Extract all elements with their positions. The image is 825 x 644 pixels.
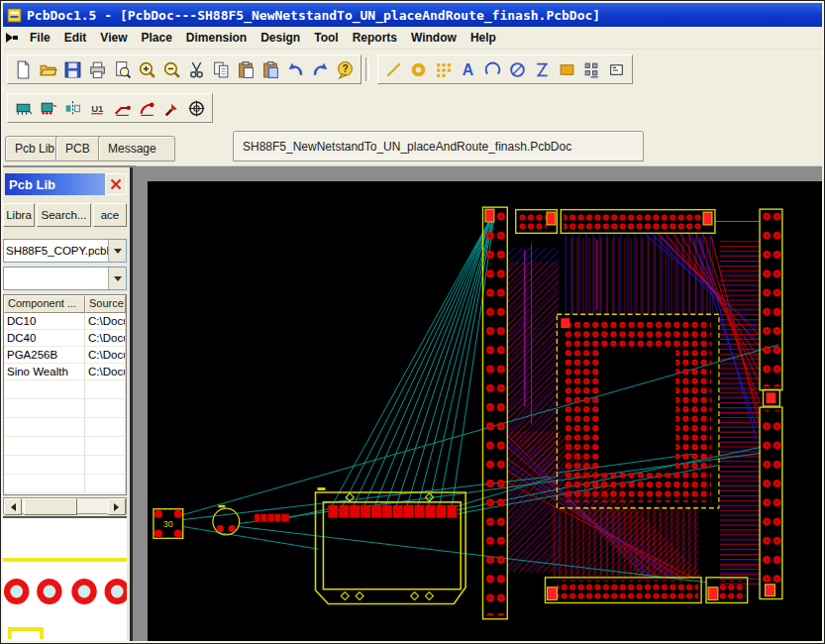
search-button[interactable]: Search... (37, 203, 91, 227)
component-table: Component ... Source DC10 C:\Docur DC40 … (3, 294, 127, 495)
component-row[interactable]: DC40 C:\Docur (4, 330, 126, 347)
connector-top-long[interactable] (561, 210, 715, 234)
place-line-icon[interactable] (381, 57, 406, 82)
left-arrow-icon (7, 503, 16, 511)
component-row[interactable]: PGA256B C:\Docur (4, 347, 126, 364)
place-pad-icon[interactable] (406, 57, 431, 82)
pga-socket[interactable] (557, 314, 719, 507)
library-dropdown[interactable]: SH88F5_COPY.pcblib (3, 239, 127, 263)
panel-title-bar[interactable]: Pcb Lib (5, 173, 127, 195)
open-folder-icon[interactable] (36, 57, 60, 82)
connector-top-small[interactable] (516, 210, 558, 234)
connector-bottom-small[interactable] (706, 578, 748, 603)
panel-close-button[interactable] (105, 173, 127, 195)
display-module[interactable] (316, 487, 466, 603)
menu-item[interactable]: Place (134, 28, 178, 48)
help-balloon-icon[interactable]: ? (333, 57, 358, 82)
tab-label: Message (108, 142, 156, 156)
menu-item[interactable]: View (93, 28, 134, 48)
flip-component-icon[interactable] (60, 96, 85, 121)
place-fill-icon[interactable] (555, 57, 579, 82)
zoom-in-icon[interactable] (135, 57, 159, 82)
save-icon[interactable] (60, 57, 85, 82)
dropdown-arrow-icon[interactable] (108, 268, 126, 289)
connector-bottom-long[interactable] (545, 578, 701, 603)
empty-row (4, 475, 126, 493)
svg-text:A: A (463, 61, 474, 78)
menu-item[interactable]: Window (404, 28, 464, 48)
empty-row (4, 456, 126, 475)
connector-left[interactable] (483, 207, 508, 619)
menu-item[interactable]: Edit (57, 28, 94, 48)
menu-item[interactable]: Tool (307, 28, 345, 48)
column-header-source[interactable]: Source (85, 295, 126, 313)
pcb-drawing: 30 (148, 181, 822, 641)
place-button[interactable]: ace (93, 203, 127, 227)
standard-toolbar: ? (7, 54, 361, 84)
pcb-canvas[interactable]: 30 (148, 181, 822, 641)
title-bar[interactable]: PcbDoc1.5 - [PcbDoc---SH88F5_NewNetstand… (3, 3, 822, 27)
menu-item[interactable]: Reports (346, 28, 404, 48)
menu-item[interactable]: Dimension (179, 28, 254, 48)
arc-route-icon[interactable] (135, 96, 159, 121)
component-source-cell: C:\Docur (85, 313, 126, 330)
undo-icon[interactable] (283, 57, 308, 82)
app-icon (7, 8, 22, 23)
menu-item[interactable]: File (23, 28, 57, 48)
scrollbar-thumb[interactable] (24, 498, 77, 515)
application-window: PcbDoc1.5 - [PcbDoc---SH88F5_NewNetstand… (1, 1, 824, 643)
resistor-bar[interactable] (255, 514, 289, 522)
redo-icon[interactable] (308, 57, 333, 82)
place-text-icon[interactable]: A (456, 57, 480, 82)
print-preview-icon[interactable] (110, 57, 135, 82)
empty-row (4, 399, 126, 418)
print-icon[interactable] (85, 57, 110, 82)
place-room-icon[interactable] (604, 57, 629, 82)
column-header-component[interactable]: Component ... (4, 295, 85, 313)
place-via-array-icon[interactable] (431, 57, 456, 82)
document-menu-icon[interactable] (5, 31, 19, 45)
interactive-route-icon[interactable] (110, 96, 135, 121)
component-row[interactable]: Sino Wealth C:\Docur (4, 364, 126, 380)
dropdown-arrow-icon[interactable] (108, 240, 126, 262)
place-component-icon[interactable] (11, 96, 36, 121)
new-document-icon[interactable] (11, 57, 36, 82)
square-component[interactable]: 30 (154, 509, 183, 539)
circular-component[interactable] (213, 505, 240, 535)
horizontal-scrollbar[interactable] (3, 497, 127, 514)
tab-label: PCB (65, 142, 90, 156)
empty-row (4, 437, 126, 456)
window-title: PcbDoc1.5 - [PcbDoc---SH88F5_NewNetstand… (27, 8, 600, 23)
connector-right[interactable] (760, 209, 782, 598)
copper-traces (508, 232, 761, 587)
table-body: DC10 C:\Docur DC40 C:\Docur PGA256B C:\D… (4, 313, 126, 380)
board-target-icon[interactable] (184, 96, 209, 121)
component-row[interactable]: DC10 C:\Docur (4, 313, 126, 330)
filter-dropdown[interactable] (3, 267, 127, 290)
highlight-net-icon[interactable] (159, 96, 184, 121)
copy-icon[interactable] (209, 57, 234, 82)
paste-icon[interactable] (234, 57, 258, 82)
scroll-left-button[interactable] (4, 498, 22, 515)
component-name-cell: DC40 (4, 330, 85, 347)
edit-designator-icon[interactable]: U1 (85, 96, 110, 121)
footprint-preview[interactable] (3, 516, 127, 641)
paste-special-icon[interactable] (258, 57, 283, 82)
place-arc-icon[interactable] (480, 57, 505, 82)
scroll-right-button[interactable] (108, 498, 126, 515)
panel-title: Pcb Lib (5, 173, 105, 195)
libraries-button[interactable]: Libra (3, 203, 35, 227)
menu-item[interactable]: Design (254, 28, 307, 48)
place-footprint-icon[interactable] (36, 96, 60, 121)
place-dimension-icon[interactable] (530, 57, 555, 82)
right-arrow-icon (114, 503, 123, 511)
cut-icon[interactable] (184, 57, 209, 82)
tab-document[interactable]: SH88F5_NewNetstandTo_UN_placeAndRoute_fi… (233, 131, 644, 161)
empty-row (4, 418, 126, 437)
component-name-cell: Sino Wealth (4, 364, 85, 380)
menu-item[interactable]: Help (464, 28, 503, 48)
paste-array-icon[interactable] (579, 57, 604, 82)
place-full-circle-icon[interactable] (505, 57, 530, 82)
tab-message[interactable]: Message (98, 136, 175, 161)
zoom-out-icon[interactable] (159, 57, 184, 82)
